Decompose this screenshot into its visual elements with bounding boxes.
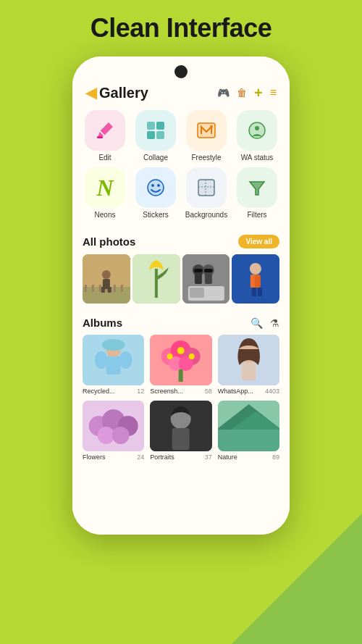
- phone-frame: ◀ Gallery 🎮 🗑 + ≡ E: [72, 57, 290, 535]
- svg-point-61: [167, 354, 173, 359]
- stickers-label: Stickers: [143, 211, 169, 219]
- svg-rect-36: [193, 269, 202, 272]
- page-title: Clean Interface: [90, 13, 272, 43]
- tool-wa-status[interactable]: WA status: [235, 110, 279, 162]
- svg-rect-38: [204, 272, 211, 284]
- photo-thumb-1[interactable]: [83, 254, 130, 304]
- svg-rect-22: [92, 285, 94, 292]
- album-thumb-portraits: [150, 401, 211, 451]
- albums-icons: 🔍 ⚗: [251, 317, 279, 329]
- tool-collage[interactable]: Collage: [133, 110, 178, 162]
- photo-strip: [72, 254, 290, 314]
- album-item-whatsapp[interactable]: WhatsApp... 4403: [218, 335, 279, 395]
- photo-thumb-3[interactable]: [182, 254, 230, 304]
- edit-label: Edit: [98, 154, 111, 162]
- wa-icon-box: [237, 110, 277, 151]
- view-all-button[interactable]: View all: [238, 235, 279, 248]
- svg-point-13: [151, 184, 154, 187]
- svg-rect-21: [85, 285, 87, 292]
- svg-rect-45: [251, 275, 255, 288]
- album-info-portraits: Portraits 37: [150, 453, 211, 461]
- album-thumb-whatsapp: [218, 335, 279, 385]
- backgrounds-icon-box: [186, 167, 227, 208]
- stickers-icon-box: [135, 167, 176, 208]
- svg-point-7: [210, 125, 213, 128]
- album-item-flowers[interactable]: Flowers 24: [83, 401, 144, 461]
- tool-backgrounds[interactable]: Backgrounds: [184, 167, 229, 219]
- album-name-flowers: Flowers: [83, 453, 106, 461]
- svg-rect-0: [97, 136, 103, 138]
- svg-point-43: [250, 263, 261, 275]
- photo-thumb-2[interactable]: [132, 254, 180, 304]
- album-thumb-screenshots: [150, 335, 211, 385]
- gamepad-icon[interactable]: 🎮: [217, 87, 230, 99]
- search-icon[interactable]: 🔍: [251, 317, 263, 329]
- album-name-recycled: Recycled...: [83, 388, 115, 395]
- albums-grid-1: Recycled... 12: [83, 335, 279, 395]
- svg-rect-1: [147, 122, 155, 130]
- album-item-nature[interactable]: Nature 89: [218, 401, 279, 461]
- tool-edit[interactable]: Edit: [83, 110, 127, 162]
- svg-point-63: [189, 354, 195, 359]
- albums-title: Albums: [83, 317, 122, 329]
- album-name-whatsapp: WhatsApp...: [218, 388, 253, 395]
- album-item-screenshots[interactable]: Screensh... 58: [150, 335, 211, 395]
- collage-label: Collage: [143, 154, 168, 162]
- album-name-portraits: Portraits: [150, 453, 174, 461]
- svg-rect-4: [156, 131, 164, 139]
- album-item-recycled[interactable]: Recycled... 12: [83, 335, 144, 395]
- freestyle-icon-box: [186, 110, 227, 151]
- neon-n-icon: N: [96, 175, 113, 201]
- all-photos-header: All photos View all: [72, 230, 290, 254]
- svg-rect-25: [114, 285, 116, 292]
- album-info-screenshots: Screensh... 58: [150, 388, 211, 395]
- neons-icon-box: N: [85, 167, 125, 208]
- svg-rect-39: [203, 269, 212, 272]
- svg-point-14: [157, 184, 160, 187]
- svg-point-27: [102, 270, 111, 279]
- tool-stickers[interactable]: Stickers: [133, 167, 178, 219]
- album-thumb-flowers: [83, 401, 144, 451]
- album-item-portraits[interactable]: Portraits 37: [150, 401, 211, 461]
- photo-thumb-4[interactable]: [232, 254, 279, 304]
- edit-icon-box: [85, 110, 125, 151]
- filter-icon[interactable]: ⚗: [270, 317, 279, 329]
- svg-point-72: [112, 427, 130, 444]
- svg-rect-15: [198, 180, 214, 196]
- collage-icon-box: [135, 110, 176, 151]
- album-count-screenshots: 58: [205, 388, 212, 395]
- svg-rect-35: [194, 272, 201, 284]
- phone-camera: [174, 65, 188, 78]
- albums-section: Albums 🔍 ⚗: [72, 314, 290, 461]
- wa-label: WA status: [241, 154, 274, 162]
- album-name-nature: Nature: [218, 453, 237, 461]
- svg-rect-66: [241, 362, 256, 380]
- svg-rect-41: [189, 288, 203, 298]
- phone-screen: ◀ Gallery 🎮 🗑 + ≡ E: [72, 57, 290, 535]
- neons-label: Neons: [95, 211, 116, 219]
- filters-label: Filters: [247, 211, 266, 219]
- album-count-flowers: 24: [137, 453, 144, 461]
- back-button[interactable]: ◀: [85, 84, 96, 101]
- add-icon[interactable]: +: [254, 85, 263, 101]
- svg-rect-26: [121, 285, 123, 292]
- album-count-portraits: 37: [205, 453, 212, 461]
- trash-icon[interactable]: 🗑: [237, 87, 247, 99]
- album-count-recycled: 12: [137, 388, 144, 395]
- tool-freestyle[interactable]: Freestyle: [184, 110, 229, 162]
- svg-rect-77: [218, 430, 279, 451]
- svg-rect-47: [258, 288, 262, 296]
- svg-rect-3: [147, 131, 155, 139]
- album-name-screenshots: Screensh...: [150, 388, 183, 395]
- tool-neons[interactable]: N Neons: [83, 167, 127, 219]
- svg-rect-75: [172, 428, 190, 450]
- menu-icon[interactable]: ≡: [270, 86, 277, 99]
- app-title: Gallery: [99, 85, 148, 101]
- svg-rect-23: [99, 285, 101, 292]
- tool-filters[interactable]: Filters: [235, 167, 279, 219]
- svg-rect-30: [108, 287, 111, 293]
- svg-rect-51: [106, 356, 121, 375]
- svg-rect-29: [101, 287, 105, 293]
- svg-point-52: [95, 351, 108, 369]
- header-left: ◀ Gallery: [85, 84, 148, 101]
